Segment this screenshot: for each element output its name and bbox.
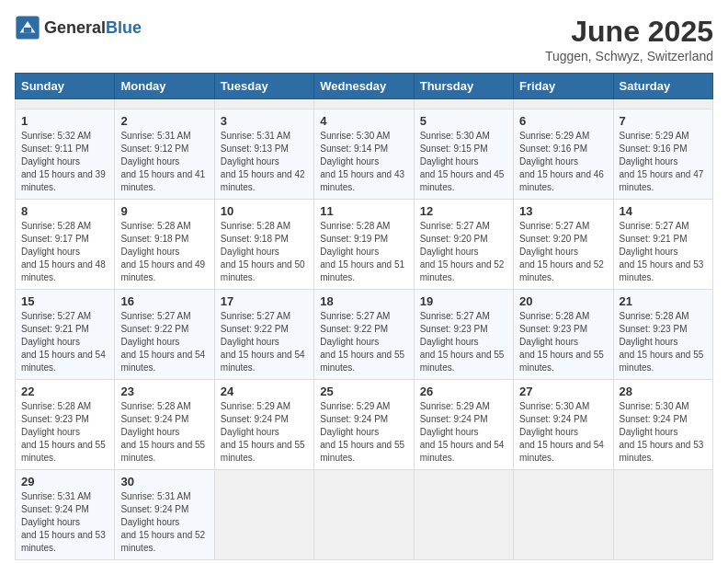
day-info: Sunrise: 5:28 AMSunset: 9:18 PMDaylight … [120,221,205,282]
day-info: Sunrise: 5:29 AMSunset: 9:16 PMDaylight … [620,131,704,192]
logo-blue: Blue [106,18,142,38]
day-info: Sunrise: 5:27 AMSunset: 9:22 PMDaylight … [221,311,305,373]
calendar-week-3: 8 Sunrise: 5:28 AMSunset: 9:17 PMDayligh… [16,200,713,290]
calendar-cell: 2 Sunrise: 5:31 AMSunset: 9:12 PMDayligh… [115,109,214,200]
day-info: Sunrise: 5:31 AMSunset: 9:24 PMDaylight … [120,491,205,553]
day-info: Sunrise: 5:28 AMSunset: 9:17 PMDaylight … [21,221,106,282]
day-number: 24 [221,385,308,398]
calendar-cell: 26 Sunrise: 5:29 AMSunset: 9:24 PMDaylig… [414,380,513,470]
day-info: Sunrise: 5:32 AMSunset: 9:11 PMDaylight … [21,131,106,192]
calendar-cell: 5 Sunrise: 5:30 AMSunset: 9:15 PMDayligh… [414,109,513,200]
weekday-header-row: SundayMondayTuesdayWednesdayThursdayFrid… [16,74,713,99]
calendar-cell: 11 Sunrise: 5:28 AMSunset: 9:19 PMDaylig… [314,200,414,290]
calendar-cell [613,470,712,560]
day-info: Sunrise: 5:30 AMSunset: 9:24 PMDaylight … [620,401,704,463]
day-info: Sunrise: 5:31 AMSunset: 9:13 PMDaylight … [221,131,305,192]
calendar-cell [214,470,313,560]
calendar-cell: 4 Sunrise: 5:30 AMSunset: 9:14 PMDayligh… [314,109,414,200]
day-number: 10 [221,204,308,218]
day-number: 26 [420,385,507,398]
day-info: Sunrise: 5:28 AMSunset: 9:23 PMDaylight … [21,401,106,463]
weekday-header-thursday: Thursday [414,74,513,99]
weekday-header-monday: Monday [115,74,214,99]
calendar-cell [414,99,513,109]
day-number: 15 [21,294,108,308]
calendar-cell: 30 Sunrise: 5:31 AMSunset: 9:24 PMDaylig… [115,470,214,560]
day-number: 30 [120,475,208,488]
day-number: 27 [519,385,607,398]
calendar-cell [514,470,613,560]
weekday-header-tuesday: Tuesday [214,74,313,99]
day-number: 17 [221,294,308,308]
day-number: 19 [420,294,507,308]
calendar-cell [16,99,115,109]
calendar-cell: 27 Sunrise: 5:30 AMSunset: 9:24 PMDaylig… [514,380,613,470]
day-number: 21 [620,294,707,308]
calendar-cell: 19 Sunrise: 5:27 AMSunset: 9:23 PMDaylig… [414,290,513,380]
day-info: Sunrise: 5:29 AMSunset: 9:24 PMDaylight … [221,401,305,463]
day-info: Sunrise: 5:27 AMSunset: 9:21 PMDaylight … [21,311,106,373]
calendar-cell: 10 Sunrise: 5:28 AMSunset: 9:18 PMDaylig… [214,200,313,290]
day-number: 1 [21,114,108,128]
calendar-cell: 15 Sunrise: 5:27 AMSunset: 9:21 PMDaylig… [16,290,115,380]
calendar-week-4: 15 Sunrise: 5:27 AMSunset: 9:21 PMDaylig… [16,290,713,380]
day-number: 18 [320,294,407,308]
logo-general: General [44,18,106,38]
day-number: 4 [320,114,407,128]
calendar-cell: 23 Sunrise: 5:28 AMSunset: 9:24 PMDaylig… [115,380,214,470]
calendar-cell: 17 Sunrise: 5:27 AMSunset: 9:22 PMDaylig… [214,290,313,380]
day-info: Sunrise: 5:28 AMSunset: 9:18 PMDaylight … [221,221,305,282]
calendar-cell: 7 Sunrise: 5:29 AMSunset: 9:16 PMDayligh… [613,109,712,200]
header: General Blue June 2025 Tuggen, Schwyz, S… [15,15,713,63]
day-number: 8 [21,204,108,218]
day-info: Sunrise: 5:29 AMSunset: 9:24 PMDaylight … [320,401,404,463]
calendar-cell: 28 Sunrise: 5:30 AMSunset: 9:24 PMDaylig… [613,380,712,470]
day-number: 12 [420,204,507,218]
day-info: Sunrise: 5:27 AMSunset: 9:23 PMDaylight … [420,311,505,373]
day-info: Sunrise: 5:31 AMSunset: 9:24 PMDaylight … [21,491,106,553]
calendar-cell: 14 Sunrise: 5:27 AMSunset: 9:21 PMDaylig… [613,200,712,290]
calendar-cell: 1 Sunrise: 5:32 AMSunset: 9:11 PMDayligh… [16,109,115,200]
calendar-cell: 18 Sunrise: 5:27 AMSunset: 9:22 PMDaylig… [314,290,414,380]
calendar-week-6: 29 Sunrise: 5:31 AMSunset: 9:24 PMDaylig… [16,470,713,560]
calendar-cell [414,470,513,560]
title-block: June 2025 Tuggen, Schwyz, Switzerland [545,15,713,63]
calendar-cell: 29 Sunrise: 5:31 AMSunset: 9:24 PMDaylig… [16,470,115,560]
day-number: 23 [120,385,208,398]
day-number: 29 [21,475,108,488]
day-info: Sunrise: 5:28 AMSunset: 9:23 PMDaylight … [620,311,704,373]
calendar-cell: 8 Sunrise: 5:28 AMSunset: 9:17 PMDayligh… [16,200,115,290]
calendar-cell: 3 Sunrise: 5:31 AMSunset: 9:13 PMDayligh… [214,109,313,200]
day-info: Sunrise: 5:27 AMSunset: 9:22 PMDaylight … [120,311,205,373]
weekday-header-wednesday: Wednesday [314,74,414,99]
day-number: 20 [519,294,607,308]
day-info: Sunrise: 5:28 AMSunset: 9:23 PMDaylight … [519,311,604,373]
calendar-week-1 [16,99,713,109]
day-number: 5 [420,114,507,128]
calendar-cell [314,470,414,560]
day-number: 28 [620,385,707,398]
day-info: Sunrise: 5:27 AMSunset: 9:20 PMDaylight … [519,221,604,282]
calendar-cell: 12 Sunrise: 5:27 AMSunset: 9:20 PMDaylig… [414,200,513,290]
calendar-cell: 13 Sunrise: 5:27 AMSunset: 9:20 PMDaylig… [514,200,613,290]
location-title: Tuggen, Schwyz, Switzerland [545,49,713,63]
day-info: Sunrise: 5:30 AMSunset: 9:14 PMDaylight … [320,131,404,192]
day-info: Sunrise: 5:27 AMSunset: 9:20 PMDaylight … [420,221,505,282]
calendar-cell [514,99,613,109]
day-info: Sunrise: 5:27 AMSunset: 9:21 PMDaylight … [620,221,704,282]
calendar-cell [314,99,414,109]
calendar-cell [613,99,712,109]
day-number: 14 [620,204,707,218]
calendar-cell [214,99,313,109]
day-info: Sunrise: 5:27 AMSunset: 9:22 PMDaylight … [320,311,404,373]
day-number: 13 [519,204,607,218]
day-number: 7 [620,114,707,128]
calendar-cell: 24 Sunrise: 5:29 AMSunset: 9:24 PMDaylig… [214,380,313,470]
day-number: 25 [320,385,407,398]
calendar: SundayMondayTuesdayWednesdayThursdayFrid… [15,73,713,560]
day-info: Sunrise: 5:28 AMSunset: 9:19 PMDaylight … [320,221,404,282]
calendar-cell: 16 Sunrise: 5:27 AMSunset: 9:22 PMDaylig… [115,290,214,380]
day-info: Sunrise: 5:28 AMSunset: 9:24 PMDaylight … [120,401,205,463]
day-info: Sunrise: 5:30 AMSunset: 9:15 PMDaylight … [420,131,505,192]
logo-text: General Blue [44,18,142,38]
